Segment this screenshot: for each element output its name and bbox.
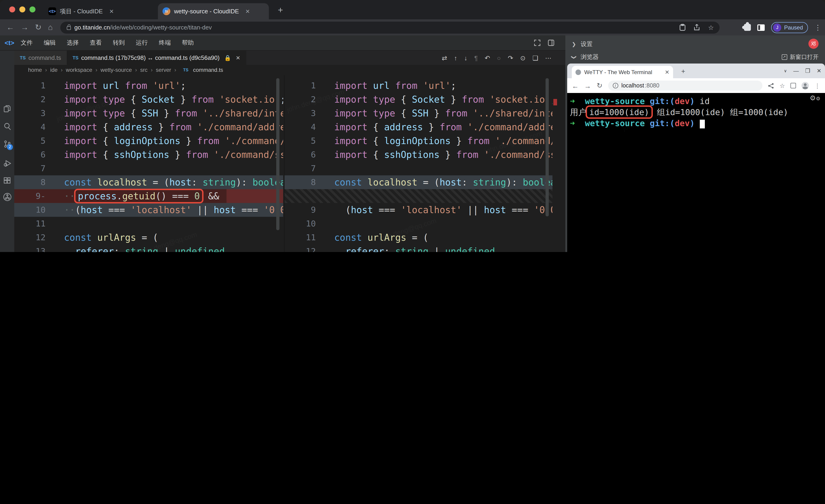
embedded-address-bar[interactable]: i localhost:8080 [608,81,763,91]
back-icon[interactable]: ← [572,82,579,90]
site-info-icon[interactable]: i [612,83,618,88]
url-path: /ide/web/coding/wetty-source/titan-dev [110,24,212,31]
extensions-icon[interactable] [0,176,14,187]
run-debug-icon[interactable] [0,159,14,170]
menu-item[interactable]: 帮助 [182,39,194,47]
browser-tab-project[interactable]: <t> 项目 - CloudIDE ✕ [44,3,152,19]
back-icon[interactable]: ← [6,23,14,32]
section-settings[interactable]: ❯ 设置 [565,38,825,51]
breadcrumb-item[interactable]: wetty-source [100,67,132,73]
code-line: 12 referer: string | undefined, [285,244,552,252]
code-line: 10 [285,217,552,231]
close-tab-icon[interactable]: ✕ [109,8,114,14]
ts-badge: TS [183,68,189,72]
forward-icon[interactable]: → [584,82,591,90]
close-icon[interactable]: ✕ [817,68,821,74]
section-browser[interactable]: ❯ 浏览器 ↗ 新窗口打开 [565,51,825,64]
embedded-tab[interactable]: WeTTY - The Web Terminal ✕ [572,66,673,78]
breadcrumb-item[interactable]: src [140,67,148,73]
menu-item[interactable]: 终端 [159,39,171,47]
right-pane-scrollbar[interactable] [545,78,549,216]
browser-tab-wetty-source[interactable]: ts wetty-source - CloudIDE ✕ [158,3,269,19]
next-file-icon[interactable]: ↓ [464,54,467,62]
wetty-settings-gears-icon[interactable]: ⚙⚙ [810,94,820,102]
close-window-button[interactable] [9,6,15,12]
layout-icon[interactable] [548,39,554,46]
wetty-terminal[interactable]: ⚙⚙ ➜ wetty-source git:(dev) id用户id=1000(… [567,93,825,252]
breadcrumb-item[interactable]: home [28,67,42,73]
address-bar[interactable]: go.titanide.cn /ide/web/coding/wetty-sou… [60,21,719,33]
extensions-puzzle-icon[interactable] [744,24,751,31]
close-tab-icon[interactable]: ✕ [665,69,669,75]
code-line: 4import { address } from './command/addr… [14,120,283,134]
previous-change-icon[interactable]: ↶ [485,54,490,62]
clipboard-icon[interactable] [680,24,685,31]
code-line: 4import { address } from './command/addr… [285,120,552,134]
new-tab-button[interactable]: ＋ [276,6,285,14]
reload-icon[interactable]: ↻ [35,22,42,32]
side-panel-icon[interactable] [758,24,765,30]
home-icon[interactable]: ⌂ [48,23,53,32]
minimize-window-button[interactable] [19,6,25,12]
close-tab-icon[interactable]: ✕ [245,8,250,14]
source-control-icon[interactable]: 2 [0,140,14,151]
profile-chip[interactable]: J Paused [771,22,808,33]
fullscreen-icon[interactable] [534,39,540,46]
more-actions-icon[interactable]: ⋯ [545,54,551,62]
next-change-icon[interactable]: ↷ [508,54,513,62]
chrome-menu-icon[interactable]: ⋮ [814,23,821,31]
menu-kebab-icon[interactable]: ⋮ [814,82,820,89]
minimize-icon[interactable]: — [793,68,799,74]
share-icon[interactable] [768,83,774,89]
open-new-window-button[interactable]: ↗ 新窗口打开 [781,53,819,61]
menu-item[interactable]: 查看 [90,39,102,47]
breadcrumb-item[interactable]: server [156,67,171,73]
menu-item[interactable]: 转到 [113,39,125,47]
profile-icon[interactable] [802,82,809,89]
bookmark-star-icon[interactable]: ☆ [780,82,785,89]
restore-icon[interactable]: ❐ [805,68,810,74]
code-line: 2import type { Socket } from 'socket.io'… [285,92,552,106]
breadcrumb-separator: › [151,67,153,73]
timeline-icon[interactable] [0,192,14,203]
whitespace-icon[interactable]: ¶ [474,54,478,62]
bookmark-star-icon[interactable]: ☆ [708,24,714,31]
diff-pane-modified[interactable]: 1import url from 'url';2import type { So… [284,75,552,252]
menu-item[interactable]: 运行 [136,39,148,47]
editor-tab-diff[interactable]: TS command.ts (17b75c98) ↔ command.ts (d… [67,51,246,65]
ide-logo: <t> [5,39,14,47]
side-panel-icon[interactable] [791,83,796,88]
line-number: 13 [14,244,53,252]
line-number: 2 [14,92,53,106]
left-pane-scrollbar[interactable] [276,78,280,230]
terminal-line: ➜ wetty-source git:(dev) id [570,96,825,107]
breadcrumb: home›ide›workspace›wetty-source›src›serv… [14,65,565,75]
menu-item[interactable]: 文件 [21,39,33,47]
user-avatar[interactable]: 邓 [808,39,819,49]
chevron-down-icon[interactable]: ∨ [784,69,787,73]
breadcrumb-file[interactable]: command.ts [193,67,223,73]
close-tab-icon[interactable]: ✕ [236,55,240,61]
diff-pane-original[interactable]: 1import url from 'url';2import type { So… [14,75,283,252]
browser-navbar: ← → ↻ ⌂ go.titanide.cn /ide/web/coding/w… [0,19,825,35]
open-changes-icon[interactable]: ⇄ [442,54,447,62]
previous-file-icon[interactable]: ↑ [454,54,457,62]
new-tab-icon[interactable]: ＋ [680,67,686,76]
breadcrumb-item[interactable]: ide [50,67,58,73]
share-icon[interactable] [694,24,700,31]
url-host: go.titanide.cn [74,24,110,31]
search-icon[interactable] [0,122,14,133]
explorer-icon[interactable] [0,104,14,115]
forward-icon[interactable]: → [21,23,28,32]
menu-item[interactable]: 编辑 [44,39,56,47]
line-number: 9- [14,189,53,203]
git-graph-icon[interactable]: ⊙ [520,54,525,62]
editor-tab-command-ts[interactable]: TS command.ts [14,51,67,65]
terminal-line: ➜ wetty-source git:(dev) [570,118,825,129]
zoom-window-button[interactable] [29,6,35,12]
reload-icon[interactable]: ↻ [597,81,602,90]
breadcrumb-item[interactable]: workspace [66,67,92,73]
split-editor-icon[interactable]: ❏ [532,54,538,62]
menu-item[interactable]: 选择 [67,39,79,47]
line-number: 12 [285,244,323,252]
